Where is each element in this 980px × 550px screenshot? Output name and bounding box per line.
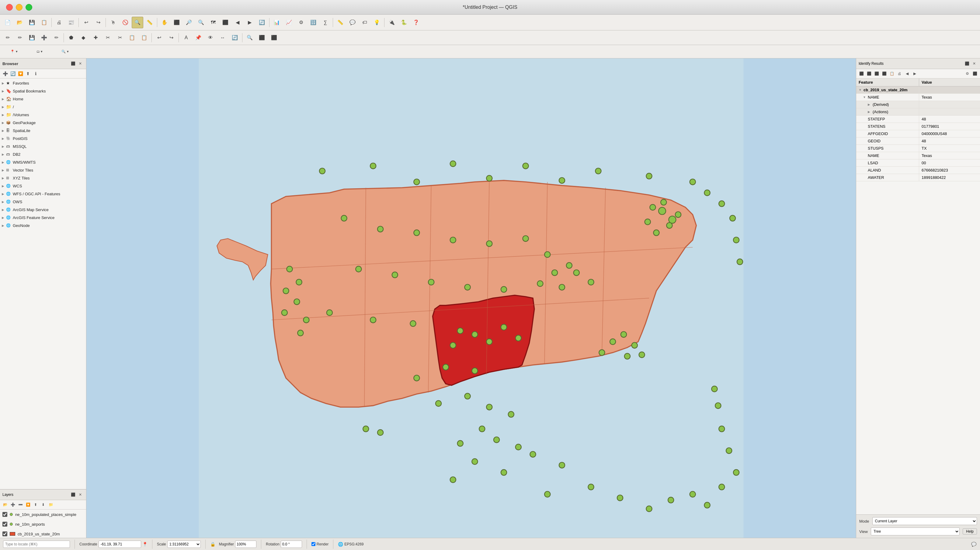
select-location-button[interactable]: 📍 ▾	[2, 46, 26, 57]
browser-item-spatial-bookmarks[interactable]: ▶ 🔖 Spatial Bookmarks	[0, 87, 86, 95]
epsg-item[interactable]: 🌐 EPSG:4269	[338, 542, 363, 547]
maximize-button[interactable]	[25, 4, 32, 11]
layers-group-button[interactable]: 📁	[48, 501, 54, 508]
identify-zoom-button[interactable]: ⬛	[881, 70, 888, 77]
annotation-button[interactable]: 💬	[347, 17, 358, 28]
identify-back-button[interactable]: ◀	[904, 70, 910, 77]
layer-populated-places-checkbox[interactable]	[2, 512, 7, 517]
label-button[interactable]: 🏷	[359, 17, 371, 28]
identify-settings-button[interactable]: ⚙	[964, 70, 970, 77]
select-features-button[interactable]: 🖱	[107, 17, 119, 28]
browser-filter-button[interactable]: 🔽	[17, 70, 24, 77]
layers-filter-button[interactable]: 🔽	[25, 501, 31, 508]
settings-button[interactable]: ⚙	[295, 17, 307, 28]
digitize-button[interactable]: ✏	[51, 32, 62, 43]
locate-input[interactable]	[3, 540, 70, 548]
identify-help-footer-button[interactable]: Help	[963, 528, 977, 534]
identify-button[interactable]: 🔍	[132, 17, 143, 28]
paste-feature-button[interactable]: 📋	[138, 32, 150, 43]
browser-item-ows[interactable]: ▶ 🌐 OWS	[0, 198, 86, 206]
browser-item-home[interactable]: ▶ 🏠 Home	[0, 95, 86, 103]
toggle-editing-button[interactable]: ✏	[14, 32, 25, 43]
save-edits-button[interactable]: 💾	[26, 32, 38, 43]
zoom-native-button[interactable]: ⬛	[220, 17, 231, 28]
layers-move-down-button[interactable]: ⬇	[40, 501, 46, 508]
identify-help-button[interactable]: ⬛	[972, 70, 978, 77]
zoom-out-button[interactable]: 🔍	[195, 17, 207, 28]
redo-edit-button[interactable]: ↪	[165, 32, 177, 43]
layer-us-state[interactable]: cb_2019_us_state_20m	[0, 529, 86, 539]
pin-label-button[interactable]: 📌	[192, 32, 204, 43]
filter-button[interactable]: 🔍 ▾	[53, 46, 77, 57]
map-canvas[interactable]	[86, 59, 856, 538]
identify-aland-row[interactable]: ALAND 676668210823	[856, 167, 980, 174]
browser-item-arcgis-feature[interactable]: ▶ 🌐 ArcGIS Feature Service	[0, 213, 86, 221]
field-calc-button[interactable]: ∑	[320, 17, 331, 28]
redo-button[interactable]: ↪	[92, 17, 104, 28]
identify-copy-button[interactable]: 📋	[888, 70, 895, 77]
new-project-button[interactable]: 📄	[2, 17, 13, 28]
identify-select-button[interactable]: ⬛	[873, 70, 880, 77]
browser-item-volumes[interactable]: ▶ 📁 /Volumes	[0, 111, 86, 119]
undo-button[interactable]: ↩	[80, 17, 92, 28]
layers-move-up-button[interactable]: ⬆	[32, 501, 39, 508]
pan-to-selection-button[interactable]: ⬛	[171, 17, 183, 28]
layers-open-button[interactable]: 📂	[2, 501, 8, 508]
open-table-button[interactable]: 📊	[271, 17, 283, 28]
layer-us-state-checkbox[interactable]	[2, 531, 7, 536]
zoom-back-button[interactable]: ◀	[232, 17, 243, 28]
identify-awater-row[interactable]: AWATER 18991880422	[856, 174, 980, 181]
layer-airports[interactable]: ne_10m_airports	[0, 519, 86, 529]
browser-add-layer-button[interactable]: ➕	[2, 70, 8, 77]
browser-item-db2[interactable]: ▶ 🗃 DB2	[0, 150, 86, 158]
current-edits-button[interactable]: ✏	[2, 32, 13, 43]
delete-feature-button[interactable]: ✂	[102, 32, 113, 43]
select-by-expression-button[interactable]: 🗂 ▾	[27, 46, 52, 57]
identify-forward-button[interactable]: ▶	[911, 70, 918, 77]
browser-item-wcs[interactable]: ▶ 🌐 WCS	[0, 182, 86, 190]
close-button[interactable]	[6, 4, 13, 11]
browser-item-xyz-tiles[interactable]: ▶ ⊞ XYZ Tiles	[0, 174, 86, 182]
browser-item-geopackage[interactable]: ▶ 📦 GeoPackage	[0, 119, 86, 127]
move-label-button[interactable]: ↔	[217, 32, 228, 43]
browser-item-vector-tiles[interactable]: ▶ ⊞ Vector Tiles	[0, 166, 86, 174]
magnifier-input[interactable]	[235, 540, 256, 548]
browser-item-arcgis-map[interactable]: ▶ 🌐 ArcGIS Map Service	[0, 206, 86, 213]
label-tool-button[interactable]: A	[180, 32, 192, 43]
layers-float-button[interactable]: ⬛	[70, 491, 76, 498]
zoom-forward-button[interactable]: ▶	[244, 17, 256, 28]
identify-name-row[interactable]: ▼ NAME Texas	[856, 94, 980, 101]
print-layout-button[interactable]: 🖨	[53, 17, 65, 28]
layer-airports-checkbox[interactable]	[2, 522, 7, 526]
identify-float-button[interactable]: ⬛	[964, 60, 970, 67]
print-atlas-button[interactable]: 📰	[65, 17, 77, 28]
node-tool-button[interactable]: ◆	[78, 32, 89, 43]
pan-button[interactable]: ✋	[159, 17, 170, 28]
scale-select[interactable]: 1:31166952	[167, 540, 201, 548]
identify-geoid-row[interactable]: GEOID 48	[856, 138, 980, 145]
mode-select[interactable]: Current Layer	[872, 517, 977, 525]
minimize-button[interactable]	[16, 4, 22, 11]
identify-statens-row[interactable]: STATENS 01779801	[856, 123, 980, 130]
zoom-in-button[interactable]: 🔎	[183, 17, 195, 28]
rotate-label-button[interactable]: 🔄	[229, 32, 240, 43]
browser-enable-properties-button[interactable]: ℹ	[32, 70, 39, 77]
browser-item-wms-wmts[interactable]: ▶ 🌐 WMS/WMTS	[0, 158, 86, 166]
coordinate-input[interactable]	[99, 540, 141, 548]
scalebar-button[interactable]: 📏	[334, 17, 346, 28]
add-record-button[interactable]: ➕	[38, 32, 50, 43]
browser-item-postgis[interactable]: ▶ 🐘 PostGIS	[0, 135, 86, 142]
tips-button[interactable]: 💡	[371, 17, 383, 28]
deselect-button[interactable]: 🚫	[119, 17, 131, 28]
zoom-full-button[interactable]: 🗺	[207, 17, 219, 28]
view-select[interactable]: Tree	[871, 528, 959, 536]
identify-print-button[interactable]: 🖨	[896, 70, 903, 77]
identify-name2-row[interactable]: NAME Texas	[856, 152, 980, 159]
identify-affgeoid-row[interactable]: AFFGEOID 0400000US48	[856, 130, 980, 138]
layers-close-button[interactable]: ✕	[77, 491, 84, 498]
python-console-button[interactable]: 🐍	[398, 17, 410, 28]
cut-feature-button[interactable]: ✂	[114, 32, 126, 43]
rotation-input[interactable]	[281, 540, 302, 548]
undo-edit-button[interactable]: ↩	[153, 32, 165, 43]
browser-item-favorites[interactable]: ▶ ★ Favorites	[0, 79, 86, 87]
